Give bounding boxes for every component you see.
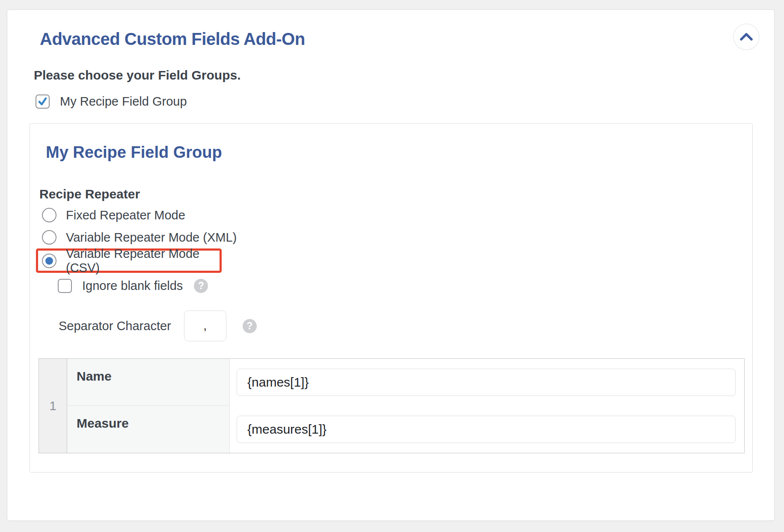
recipe-repeater-label: Recipe Repeater <box>39 187 752 201</box>
measure-field-label: Measure <box>67 406 230 453</box>
radio-fixed-mode-label: Fixed Repeater Mode <box>66 208 185 222</box>
row-index-cell: 1 <box>39 359 67 453</box>
collapse-button[interactable] <box>733 24 760 50</box>
ignore-blank-fields-checkbox[interactable] <box>58 279 72 293</box>
separator-character-row: Separator Character ? <box>59 310 752 341</box>
measure-field-input[interactable] <box>237 416 736 443</box>
field-group-checkbox[interactable] <box>36 95 50 109</box>
repeater-mode-options: Fixed Repeater Mode Variable Repeater Mo… <box>39 204 752 273</box>
acf-addon-panel: Advanced Custom Fields Add-On Please cho… <box>7 9 775 521</box>
name-field-cell <box>230 359 744 406</box>
chevron-up-icon <box>739 32 754 41</box>
radio-row-fixed-mode: Fixed Repeater Mode <box>42 204 752 226</box>
ignore-blank-fields-label: Ignore blank fields <box>82 279 183 293</box>
radio-row-variable-xml: Variable Repeater Mode (XML) <box>42 226 752 248</box>
radio-fixed-mode[interactable] <box>42 208 56 222</box>
field-group-checkbox-row: My Recipe Field Group <box>36 95 774 109</box>
ignore-blank-fields-row: Ignore blank fields ? <box>58 278 752 293</box>
choose-field-groups-label: Please choose your Field Groups. <box>34 68 774 83</box>
radio-variable-xml[interactable] <box>42 230 56 245</box>
help-question-icon[interactable]: ? <box>194 279 208 293</box>
panel-header: Advanced Custom Fields Add-On <box>7 10 774 50</box>
field-group-checkbox-label: My Recipe Field Group <box>60 95 187 109</box>
recipe-fields-table: 1 Name Measure <box>39 358 745 453</box>
field-group-panel: My Recipe Field Group Recipe Repeater Fi… <box>30 123 753 473</box>
radio-selected-dot <box>45 257 53 265</box>
panel-title: Advanced Custom Fields Add-On <box>40 29 305 49</box>
radio-variable-xml-label: Variable Repeater Mode (XML) <box>66 231 237 245</box>
radio-variable-csv-label: Variable Repeater Mode (CSV) <box>66 247 220 275</box>
separator-character-label: Separator Character <box>59 319 171 333</box>
name-field-label: Name <box>67 359 230 406</box>
name-field-input[interactable] <box>237 369 736 396</box>
help-question-icon[interactable]: ? <box>243 319 257 333</box>
measure-field-cell <box>230 406 744 453</box>
radio-variable-csv[interactable] <box>42 254 56 268</box>
checkmark-icon <box>37 96 48 107</box>
field-group-title: My Recipe Field Group <box>46 142 752 162</box>
radio-row-variable-csv-highlighted: Variable Repeater Mode (CSV) <box>36 248 222 273</box>
separator-character-input[interactable] <box>184 310 226 341</box>
